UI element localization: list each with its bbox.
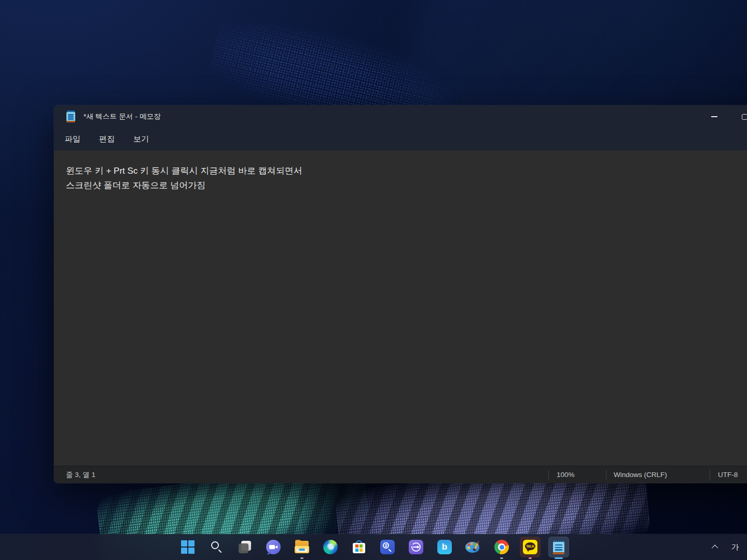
taskbar-paint-button[interactable] bbox=[463, 537, 483, 557]
tray-show-hidden-button[interactable] bbox=[709, 538, 722, 556]
editor-line-2: 스크린샷 폴더로 자동으로 넘어가짐 bbox=[66, 178, 747, 193]
maximize-icon bbox=[742, 114, 747, 120]
paint-icon bbox=[465, 540, 481, 554]
editor-line-1: 윈도우 키 + Prt Sc 키 동시 클릭시 지금처럼 바로 캡쳐되면서 bbox=[66, 164, 747, 178]
taskbar-notepad-button[interactable] bbox=[548, 537, 569, 557]
taskbar-chat-button[interactable] bbox=[263, 537, 284, 557]
statusbar-divider bbox=[606, 470, 606, 480]
ime-indicator[interactable]: 가 bbox=[728, 538, 742, 556]
kakaotalk-label: TALK bbox=[526, 544, 534, 548]
window-title: *새 텍스트 문서 - 메모장 bbox=[84, 105, 161, 128]
taskbar-file-explorer-button[interactable] bbox=[292, 537, 312, 557]
titlebar[interactable]: *새 텍스트 문서 - 메모장 bbox=[54, 105, 747, 128]
running-indicator bbox=[500, 557, 503, 559]
maximize-button[interactable] bbox=[732, 105, 747, 128]
taskbar-store-button[interactable] bbox=[349, 537, 369, 557]
notepad-window: *새 텍스트 문서 - 메모장 파일 편집 보기 윈도우 키 + Prt Sc … bbox=[54, 105, 747, 483]
taskbar-chrome-button[interactable] bbox=[491, 537, 512, 557]
chrome-icon bbox=[494, 540, 509, 554]
taskbar: b TALK bbox=[0, 534, 747, 560]
desktop: *새 텍스트 문서 - 메모장 파일 편집 보기 윈도우 키 + Prt Sc … bbox=[0, 0, 747, 560]
search-icon bbox=[210, 540, 223, 554]
notepad-icon bbox=[553, 540, 564, 554]
taskbar-edge-button[interactable] bbox=[320, 537, 341, 557]
edge-icon bbox=[323, 540, 338, 554]
statusbar-divider bbox=[548, 470, 549, 480]
zoom-level[interactable]: 100% bbox=[557, 466, 575, 483]
chat-icon bbox=[266, 540, 281, 554]
cursor-position: 줄 3, 열 1 bbox=[66, 466, 95, 483]
taskbar-bixby-button[interactable]: b bbox=[434, 537, 455, 557]
taskbar-icons: b TALK bbox=[177, 537, 569, 557]
statusbar-divider bbox=[710, 470, 710, 480]
system-tray: 가 bbox=[709, 537, 742, 557]
statusbar: 줄 3, 열 1 100% Windows (CRLF) UTF-8 bbox=[54, 466, 747, 483]
taskbar-search-button[interactable] bbox=[206, 537, 227, 557]
menu-file[interactable]: 파일 bbox=[61, 132, 85, 147]
active-indicator bbox=[555, 557, 563, 559]
running-indicator bbox=[300, 557, 303, 559]
bixby-icon: b bbox=[437, 540, 452, 554]
microsoft-store-icon bbox=[352, 540, 366, 554]
line-ending: Windows (CRLF) bbox=[614, 466, 667, 483]
quick-search-icon bbox=[380, 540, 395, 554]
taskbar-quick-share-button[interactable] bbox=[406, 537, 426, 557]
taskbar-start-button[interactable] bbox=[177, 537, 198, 557]
encoding: UTF-8 bbox=[718, 466, 738, 483]
text-editor[interactable]: 윈도우 키 + Prt Sc 키 동시 클릭시 지금처럼 바로 캡쳐되면서 스크… bbox=[54, 150, 747, 466]
kakaotalk-icon: TALK bbox=[523, 540, 537, 554]
notification-indicator bbox=[529, 557, 532, 559]
chevron-up-icon bbox=[711, 544, 718, 551]
taskbar-quick-search-button[interactable] bbox=[377, 537, 398, 557]
menubar: 파일 편집 보기 bbox=[54, 128, 747, 150]
menu-edit[interactable]: 편집 bbox=[95, 132, 119, 147]
notepad-icon bbox=[66, 110, 75, 122]
taskbar-kakaotalk-button[interactable]: TALK bbox=[520, 537, 541, 557]
quick-share-icon bbox=[409, 540, 423, 554]
windows-start-icon bbox=[181, 540, 195, 554]
minimize-button[interactable] bbox=[702, 105, 726, 128]
minimize-icon bbox=[711, 116, 717, 117]
taskbar-task-view-button[interactable] bbox=[234, 537, 255, 557]
task-view-icon bbox=[238, 540, 252, 554]
menu-view[interactable]: 보기 bbox=[129, 132, 153, 147]
file-explorer-icon bbox=[295, 541, 309, 553]
